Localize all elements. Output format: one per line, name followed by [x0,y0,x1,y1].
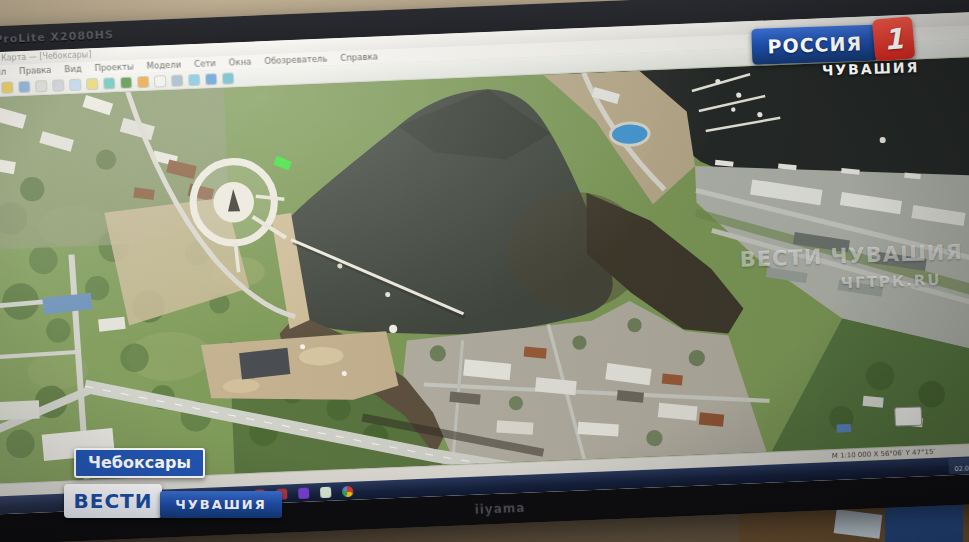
explorer-icon[interactable] [320,486,331,497]
tv-frame: ProLite X2080HS ГИС Карта — [Чебоксары] … [0,0,969,542]
grid-icon[interactable] [206,74,216,84]
chrome-icon[interactable] [342,485,353,496]
channel-region: ЧУВАШИЯ [810,59,930,79]
menu-view[interactable]: Вид [64,64,82,75]
monitor-brand-label: iiyama [474,501,525,517]
search-icon[interactable] [172,75,182,85]
menu-file[interactable]: Файл [0,67,6,78]
menu-models[interactable]: Модели [146,59,181,70]
open-folder-icon[interactable] [2,82,12,92]
city-name: Чебоксары [88,453,191,472]
clock-date: 02.07.2021 [954,465,969,474]
layers-icon[interactable] [121,77,131,87]
city-name-label: Чебоксары [74,448,205,478]
settings-icon[interactable] [223,73,233,83]
pan-icon[interactable] [70,79,80,89]
zoom-in-icon[interactable] [87,78,97,88]
measure-icon[interactable] [155,76,165,86]
menu-help[interactable]: Справка [340,51,378,63]
taskbar-clock[interactable]: 16:56 02.07.2021 [948,456,969,475]
save-icon[interactable] [19,81,29,91]
legend-icon[interactable] [138,76,148,86]
vesti-region-plate: ЧУВАШИЯ [160,491,282,518]
menu-edit[interactable]: Правка [19,65,52,76]
menu-networks[interactable]: Сети [194,58,216,69]
menu-browser[interactable]: Обозреватель [264,53,327,66]
media-player-icon[interactable] [298,487,309,498]
program-name: ВЕСТИ [74,489,153,513]
city-map-svg [0,56,969,483]
vesti-plate: ВЕСТИ [64,484,162,518]
channel-name: РОССИЯ [767,32,862,57]
screen: ГИС Карта — [Чебоксары] Файл Правка Вид … [0,11,969,514]
map-control-box[interactable] [895,407,922,426]
map-canvas[interactable] [0,56,969,483]
program-region: ЧУВАШИЯ [175,497,266,512]
channel-number: 1 [882,22,904,57]
monitor-model-label: ProLite X2080HS [0,28,114,46]
menu-projects[interactable]: Проекты [94,61,133,73]
print-icon[interactable] [36,81,46,91]
select-icon[interactable] [53,80,63,90]
channel-number-plate: 1 [872,16,916,61]
zoom-out-icon[interactable] [104,78,114,88]
rossiya-plate: РОССИЯ [751,25,878,65]
menu-windows[interactable]: Окна [229,57,252,68]
scale-icon[interactable] [189,74,199,84]
channel-logo: РОССИЯ 1 ЧУВАШИЯ [751,17,921,83]
